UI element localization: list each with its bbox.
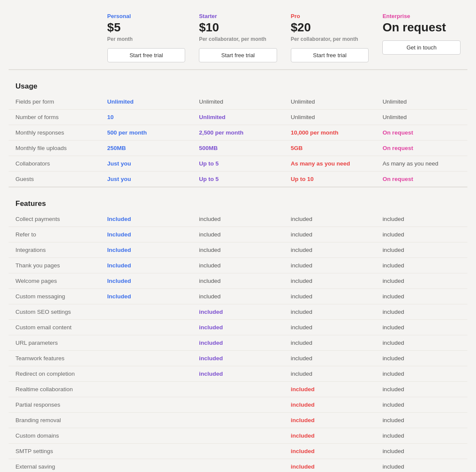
start-free-trial-pro-button[interactable]: Start free trial	[291, 48, 369, 62]
plan-value-cell	[101, 428, 192, 443]
feature-label: Custom SEO settings	[9, 304, 101, 319]
plan-value-cell: included	[192, 350, 284, 366]
plan-value-text: included	[382, 247, 404, 253]
plan-value-cell	[101, 381, 192, 397]
plan-value-cell: Unlimited	[375, 94, 467, 110]
start-free-trial-personal-button[interactable]: Start free trial	[107, 48, 186, 62]
plan-value-text: included	[291, 309, 312, 315]
plan-value-text: included	[291, 278, 312, 284]
plan-value-cell: As many as you need	[375, 156, 467, 171]
plan-value-text: included	[199, 216, 220, 222]
plan-value-cell: included	[192, 273, 284, 288]
feature-label: Guests	[9, 171, 101, 187]
plan-value-cell: 10	[101, 109, 192, 125]
plan-name-starter: Starter	[199, 13, 277, 19]
plan-value-cell: included	[375, 443, 467, 459]
plan-name-personal: Personal	[107, 13, 186, 19]
section-header-usage: Usage	[9, 70, 467, 94]
plan-value-cell: 500MB	[192, 140, 284, 156]
feature-label: Teamwork features	[9, 350, 101, 366]
plan-value-cell: Up to 5	[192, 171, 284, 187]
plan-value-text: 10	[107, 114, 114, 120]
plan-value-cell: 500 per month	[101, 125, 192, 140]
plan-value-cell	[192, 428, 284, 443]
plan-value-cell: Unlimited	[192, 109, 284, 125]
feature-label: Refer to	[9, 227, 101, 242]
plan-value-cell: included	[192, 335, 284, 350]
plan-price-pro: $20	[291, 21, 369, 34]
get-in-touch-enterprise-button[interactable]: Get in touch	[382, 40, 461, 55]
plan-value-cell	[101, 459, 192, 472]
plan-value-text: Unlimited	[291, 98, 315, 105]
plan-value-text: As many as you need	[291, 160, 350, 167]
plan-value-cell	[192, 412, 284, 428]
plan-value-text: included	[291, 448, 315, 454]
feature-label: URL parameters	[9, 335, 101, 350]
plan-value-text: Included	[107, 216, 131, 222]
section-title-features: Features	[9, 187, 467, 211]
plan-value-text: included	[382, 340, 404, 346]
plan-value-text: included	[291, 355, 312, 362]
plan-value-cell	[101, 412, 192, 428]
plan-value-cell: included	[375, 335, 467, 350]
plan-value-cell	[101, 319, 192, 335]
table-row: SMTP settingsincludedincluded	[9, 443, 467, 459]
plan-value-text: Up to 5	[199, 160, 219, 167]
table-row: Fields per formUnlimitedUnlimitedUnlimit…	[9, 94, 467, 110]
table-row: External savingincludedincluded	[9, 459, 467, 472]
table-row: Redirect on completionincludedincludedin…	[9, 366, 467, 381]
plan-value-text: Unlimited	[107, 98, 134, 105]
table-row: IntegrationsIncludedincludedincludedincl…	[9, 242, 467, 257]
plan-value-text: 250MB	[107, 145, 126, 151]
feature-label: Welcome pages	[9, 273, 101, 288]
plan-value-cell: Up to 5	[192, 156, 284, 171]
plan-value-cell: included	[375, 350, 467, 366]
plan-value-cell: included	[284, 443, 376, 459]
plan-value-text: Unlimited	[291, 114, 315, 120]
plan-value-text: included	[382, 262, 404, 269]
table-row: Welcome pagesIncludedincludedincludedinc…	[9, 273, 467, 288]
plan-value-cell: Unlimited	[375, 109, 467, 125]
plan-value-cell	[101, 350, 192, 366]
plan-value-cell: Included	[101, 288, 192, 304]
plan-value-text: included	[291, 293, 312, 300]
plan-value-text: On request	[382, 145, 413, 151]
plan-value-text: Included	[107, 293, 131, 300]
plan-value-cell: included	[284, 428, 376, 443]
table-row: Thank you pagesIncludedincludedincludedi…	[9, 257, 467, 273]
plan-value-text: included	[382, 402, 404, 408]
plan-value-cell: included	[284, 273, 376, 288]
table-row: Collect paymentsIncludedincludedincluded…	[9, 211, 467, 227]
feature-label: Monthly responses	[9, 125, 101, 140]
plan-value-text: included	[199, 371, 223, 377]
plan-value-cell	[101, 304, 192, 319]
plan-name-enterprise: Enterprise	[382, 13, 461, 19]
plan-value-cell: included	[375, 227, 467, 242]
plan-value-cell: 250MB	[101, 140, 192, 156]
plan-value-text: included	[382, 371, 404, 377]
plan-value-cell	[192, 381, 284, 397]
table-row: Realtime collaborationincludedincluded	[9, 381, 467, 397]
table-row: URL parametersincludedincludedincluded	[9, 335, 467, 350]
plan-value-text: included	[199, 293, 220, 300]
feature-label: Integrations	[9, 242, 101, 257]
plan-value-cell: included	[192, 257, 284, 273]
start-free-trial-starter-button[interactable]: Start free trial	[199, 48, 277, 62]
plan-value-text: included	[382, 386, 404, 392]
plan-value-cell: included	[284, 257, 376, 273]
plan-value-text: included	[291, 247, 312, 253]
feature-label: Redirect on completion	[9, 366, 101, 381]
plan-value-cell: included	[284, 227, 376, 242]
plan-value-text: included	[199, 262, 220, 269]
plan-value-cell: On request	[375, 171, 467, 187]
plan-value-cell: Just you	[101, 156, 192, 171]
plan-value-cell: included	[375, 273, 467, 288]
plan-value-cell: included	[375, 288, 467, 304]
plan-value-cell: included	[284, 350, 376, 366]
feature-label: Branding removal	[9, 412, 101, 428]
plan-value-text: Up to 5	[199, 176, 219, 182]
plan-value-text: included	[199, 355, 223, 362]
plan-header-enterprise: Enterprise On request Get in touch	[375, 9, 467, 70]
plan-value-cell: Included	[101, 257, 192, 273]
plan-value-cell	[192, 443, 284, 459]
